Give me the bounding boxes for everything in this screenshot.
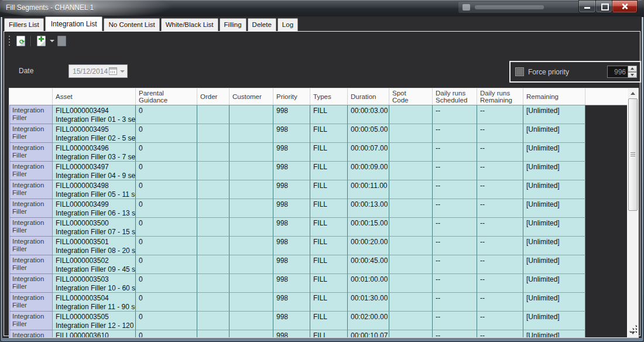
cell-priority[interactable]: 998: [273, 124, 310, 143]
scrollbar-thumb[interactable]: [628, 98, 638, 211]
cell-types[interactable]: FILL: [310, 162, 348, 180]
date-dropdown-arrow-icon[interactable]: [120, 70, 125, 73]
cell-priority[interactable]: 998: [273, 274, 310, 293]
force-priority-checkbox[interactable]: [515, 67, 524, 76]
cell-spot-code[interactable]: [389, 180, 433, 199]
cell-customer[interactable]: [229, 293, 273, 312]
cell-types[interactable]: FILL: [310, 143, 348, 162]
cell-duration[interactable]: 00:00:03.00: [348, 105, 389, 124]
scrollbar-up-button[interactable]: [628, 88, 638, 98]
cell-priority[interactable]: 998: [273, 180, 310, 199]
row-header-cell[interactable]: Integration Filler: [9, 312, 53, 330]
cell-daily-scheduled[interactable]: --: [433, 180, 477, 199]
table-row[interactable]: Integration FillerFILL0000003503Integrat…: [9, 274, 628, 293]
cell-asset[interactable]: FILL0000003496Integration Filler 03 - 7 …: [53, 143, 136, 162]
table-row[interactable]: Integration FillerFILL0000003495Integrat…: [9, 124, 628, 143]
column-header-daily_remaining[interactable]: Daily runs Remaining: [477, 88, 523, 105]
cell-remaining[interactable]: [Unlimited]: [523, 180, 585, 199]
cell-order[interactable]: [197, 162, 229, 180]
table-row[interactable]: Integration FillerFILL0000003498Integrat…: [9, 180, 628, 199]
cell-asset[interactable]: FILL0000003498Integration Filler 05 - 11…: [53, 180, 136, 199]
column-header-priority[interactable]: Priority: [273, 88, 310, 105]
cell-asset[interactable]: FILL0000003495Integration Filler 02 - 5 …: [53, 124, 136, 143]
maximize-button[interactable]: [595, 0, 612, 13]
cell-order[interactable]: [197, 143, 229, 162]
cell-remaining[interactable]: [Unlimited]: [523, 218, 585, 237]
delete-item-button[interactable]: [55, 35, 68, 47]
cell-parental[interactable]: 0: [136, 330, 197, 337]
tab-no-content-list[interactable]: No Content List: [104, 18, 159, 31]
cell-priority[interactable]: 998: [273, 143, 310, 162]
cell-daily-remaining[interactable]: --: [477, 124, 523, 143]
cell-parental[interactable]: 0: [136, 143, 197, 162]
cell-daily-scheduled[interactable]: --: [433, 143, 477, 162]
cell-asset[interactable]: FILL0000003502Integration Filler 09 - 45…: [53, 255, 136, 274]
cell-parental[interactable]: 0: [136, 162, 197, 180]
cell-daily-remaining[interactable]: --: [477, 255, 523, 274]
cell-types[interactable]: FILL: [310, 274, 348, 293]
refresh-list-button[interactable]: ⟳: [14, 35, 28, 47]
cell-daily-remaining[interactable]: --: [477, 162, 523, 180]
cell-asset[interactable]: FILL0000003497Integration Filler 04 - 9 …: [53, 162, 136, 180]
cell-order[interactable]: [197, 237, 229, 255]
cell-priority[interactable]: 998: [273, 218, 310, 237]
cell-customer[interactable]: [229, 218, 273, 237]
column-header-daily_scheduled[interactable]: Daily runs Scheduled: [433, 88, 477, 105]
cell-remaining[interactable]: [Unlimited]: [523, 293, 585, 312]
tab-white-black-list[interactable]: White/Black List: [161, 18, 218, 31]
cell-remaining[interactable]: [Unlimited]: [523, 330, 585, 337]
row-header-cell[interactable]: Integration Filler: [9, 105, 53, 124]
cell-customer[interactable]: [229, 199, 273, 218]
cell-asset[interactable]: FILL0000003501Integration Filler 08 - 20…: [53, 237, 136, 255]
cell-parental[interactable]: 0: [136, 255, 197, 274]
cell-priority[interactable]: 998: [273, 105, 310, 124]
cell-remaining[interactable]: [Unlimited]: [523, 237, 585, 255]
cell-customer[interactable]: [229, 274, 273, 293]
column-header-duration[interactable]: Duration: [348, 88, 389, 105]
cell-remaining[interactable]: [Unlimited]: [523, 199, 585, 218]
cell-duration[interactable]: 00:00:15.00: [348, 218, 389, 237]
cell-priority[interactable]: 998: [273, 237, 310, 255]
cell-asset[interactable]: FILL0000003503Integration Filler 10 - 60…: [53, 274, 136, 293]
row-header-cell[interactable]: Integration Filler: [9, 293, 53, 312]
cell-spot-code[interactable]: [389, 274, 433, 293]
cell-asset[interactable]: FILL0000003500Integration Filler 07 - 15…: [53, 218, 136, 237]
cell-priority[interactable]: 998: [273, 330, 310, 337]
cell-order[interactable]: [197, 218, 229, 237]
cell-daily-remaining[interactable]: --: [477, 312, 523, 330]
row-header-cell[interactable]: Integration Filler: [9, 218, 53, 237]
cell-duration[interactable]: 00:00:45.00: [348, 255, 389, 274]
cell-asset[interactable]: FILL0000003499Integration Filler 06 - 13…: [53, 199, 136, 218]
close-button[interactable]: [612, 0, 638, 13]
table-row[interactable]: Integration FillerFILL0000003502Integrat…: [9, 255, 628, 274]
cell-daily-scheduled[interactable]: --: [433, 162, 477, 180]
column-header-parental[interactable]: Parental Guidance: [136, 88, 197, 105]
cell-daily-scheduled[interactable]: --: [433, 199, 477, 218]
cell-duration[interactable]: 00:02:00.00: [348, 312, 389, 330]
cell-parental[interactable]: 0: [136, 218, 197, 237]
cell-priority[interactable]: 998: [273, 293, 310, 312]
tab-delete[interactable]: Delete: [248, 18, 276, 31]
cell-customer[interactable]: [229, 124, 273, 143]
cell-daily-remaining[interactable]: --: [477, 237, 523, 255]
cell-duration[interactable]: 00:01:00.00: [348, 274, 389, 293]
row-header-cell[interactable]: Integration Filler: [9, 274, 53, 293]
tab-filling[interactable]: Filling: [220, 18, 246, 31]
table-row[interactable]: Integration FillerFILL0000003497Integrat…: [9, 162, 628, 180]
cell-daily-remaining[interactable]: --: [477, 218, 523, 237]
cell-types[interactable]: FILL: [310, 218, 348, 237]
cell-daily-scheduled[interactable]: --: [433, 255, 477, 274]
cell-duration[interactable]: 00:00:11.00: [348, 180, 389, 199]
cell-types[interactable]: FILL: [310, 124, 348, 143]
cell-spot-code[interactable]: [389, 143, 433, 162]
cell-customer[interactable]: [229, 330, 273, 337]
cell-daily-remaining[interactable]: --: [477, 143, 523, 162]
cell-asset[interactable]: FILL0000003494Integration Filler 01 - 3 …: [53, 105, 136, 124]
column-header-order[interactable]: Order: [197, 88, 229, 105]
cell-order[interactable]: [197, 124, 229, 143]
date-picker[interactable]: 15/12/2014: [68, 64, 128, 78]
force-priority-value[interactable]: 996: [607, 66, 628, 78]
cell-asset[interactable]: FILL0000003610: [53, 330, 136, 337]
cell-daily-remaining[interactable]: --: [477, 180, 523, 199]
row-header-cell[interactable]: Integration Filler: [9, 124, 53, 143]
